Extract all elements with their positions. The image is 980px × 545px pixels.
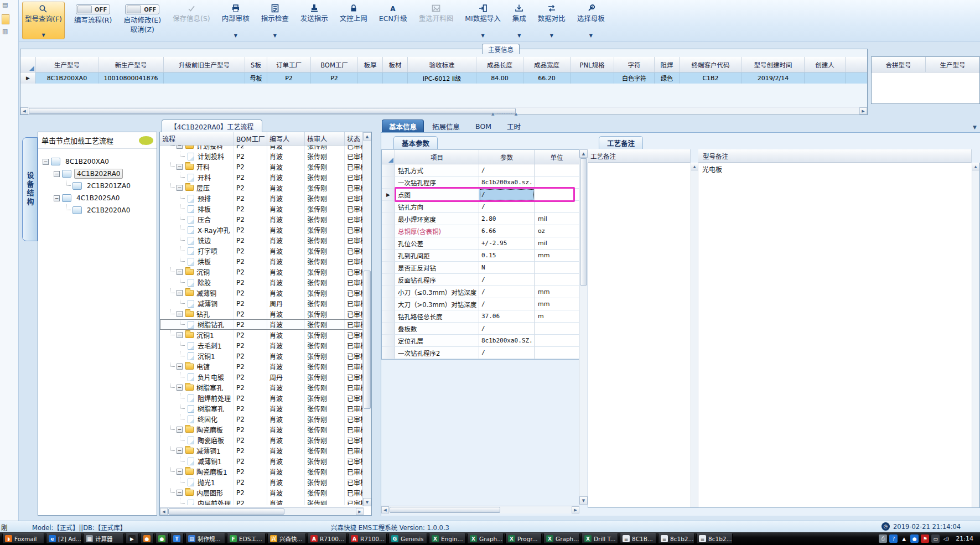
grid-cell[interactable] (571, 72, 614, 84)
process-row-开料[interactable]: −开料P2肖波张传刚已审核 (160, 162, 364, 172)
grid-cell[interactable]: 84.00 (476, 72, 523, 84)
column-header[interactable]: 成品长度 (476, 57, 523, 72)
tree-expand-icon[interactable]: − (177, 385, 183, 391)
tree-expand-icon[interactable]: − (177, 164, 183, 170)
column-header[interactable]: 单位 (535, 150, 579, 164)
main-grid-selected-row[interactable]: ▶8C1B200XA010010800041876母板P2P2IPC-6012 … (20, 72, 867, 84)
taskbar-item-Drill T...[interactable]: XDrill T... (582, 533, 618, 544)
params-hscrollbar[interactable]: ◀ ▶ (381, 506, 579, 513)
column-header[interactable]: 参数 (479, 150, 535, 164)
tree-node-2C1B2020A0[interactable]: 2C1B2020A0 (38, 204, 157, 216)
grid-cell[interactable]: 66.20 (523, 72, 571, 84)
param-value[interactable]: / (479, 189, 535, 201)
tree-expand-icon[interactable]: − (177, 332, 183, 338)
scroll-left-icon[interactable]: ◀ (20, 107, 28, 115)
param-row-钻孔路径总长度[interactable]: 钻孔路径总长度37.06m (382, 310, 579, 323)
process-row-树脂塞孔[interactable]: −树脂塞孔P2肖波张传刚已审核 (160, 382, 364, 393)
tree-expand-icon[interactable]: − (177, 469, 183, 475)
flag-icon[interactable]: ⚑ (921, 534, 929, 543)
column-header[interactable]: 板厚 (358, 57, 383, 72)
taskbar-item[interactable]: ▶ (126, 533, 139, 544)
process-row-沉铜[interactable]: −沉铜P2肖波张传刚已审核 (160, 267, 364, 277)
param-value[interactable]: 8c1b200xa0.sz... (479, 177, 535, 189)
tab-拓展信息[interactable]: 拓展信息 (425, 120, 467, 132)
process-row-树脂钻孔[interactable]: 树脂钻孔P2肖波张传刚已审核 (160, 319, 364, 330)
toggle-off-switch[interactable]: OFF (76, 4, 110, 14)
tree-node-2C1B201ZA0[interactable]: 2C1B201ZA0 (38, 180, 157, 192)
ribbon-button-reselect-cutting-map[interactable]: 重选开料图 (417, 2, 456, 39)
main-grid-hscrollbar[interactable]: ◀ ▶ (20, 107, 867, 115)
tree-expand-icon[interactable]: − (177, 490, 183, 496)
process-grid-vscrollbar[interactable]: ▲ ▼ (362, 132, 371, 506)
taskbar-item-EDS工...[interactable]: FEDS工... (227, 533, 266, 544)
param-value[interactable]: / (479, 347, 535, 359)
tree-expand-icon[interactable]: − (177, 290, 183, 296)
grid-cell[interactable]: 绿色 (655, 72, 680, 84)
process-row-负片电镀[interactable]: 负片电镀P2周丹张传刚已审核 (160, 372, 364, 382)
process-grid-hscrollbar[interactable]: ◀ ▶ (160, 507, 364, 515)
tree-expand-icon[interactable]: − (54, 171, 60, 177)
taskbar-item-制作规...[interactable]: ▤制作规... (185, 533, 225, 544)
ribbon-button-model-query[interactable]: 型号查询(F)▼ (22, 2, 65, 39)
param-value[interactable]: 6.66 (479, 225, 535, 237)
tab-process-notes[interactable]: 工艺备注 (599, 136, 643, 149)
caret-icon[interactable]: ▲ (900, 534, 908, 543)
ribbon-button-internal-audit[interactable]: 内部审核▼ (220, 2, 252, 39)
tab-equipment-structure[interactable]: 设备结构 (22, 137, 38, 241)
tree-expand-icon[interactable]: − (177, 146, 183, 149)
process-row-陶瓷磨板[interactable]: 陶瓷磨板P2肖波张传刚已审核 (160, 435, 364, 445)
process-row-去毛刺1[interactable]: 去毛刺1P2肖波张传刚已审核 (160, 340, 364, 351)
ribbon-button-mi-data-import[interactable]: MI数据导入▼ (463, 2, 502, 39)
ribbon-button-integrate[interactable]: 集成▼ (510, 2, 528, 39)
scroll-up-icon[interactable]: ▲ (363, 132, 371, 141)
taskbar-item-兴森快...[interactable]: 兴兴森快... (267, 533, 306, 544)
tree-expand-icon[interactable]: − (177, 448, 183, 454)
grid-cell[interactable]: 2019/2/14 (742, 72, 805, 84)
grid-cell[interactable] (164, 72, 245, 84)
ribbon-button-save-info[interactable]: 保存信息(S) (170, 2, 212, 39)
app-blue-icon[interactable]: ● (910, 534, 919, 543)
chevron-down-icon[interactable]: ▼ (973, 124, 977, 130)
process-row-层压[interactable]: −层压P2肖波张传刚已审核 (160, 183, 364, 193)
process-row-计划投料[interactable]: −计划投料P2肖波张传刚已审核 (160, 146, 364, 151)
column-header[interactable]: 升级前旧生产型号 (164, 57, 245, 72)
param-row-一次钻孔程序2[interactable]: 一次钻孔程序2/ (382, 347, 579, 359)
ribbon-button-doc-control-upload[interactable]: 文控上网 (338, 2, 370, 39)
taskbar-item-计算器[interactable]: ▦计算器 (83, 533, 124, 544)
param-row-一次钻孔程序[interactable]: 一次钻孔程序8c1b200xa0.sz... (382, 177, 579, 189)
process-row-开料[interactable]: 开料P2肖波张传刚已审核 (160, 172, 364, 183)
taskbar-item-Graph...[interactable]: XGraph... (467, 533, 504, 544)
taskbar-item-Genesis[interactable]: GGenesis (388, 533, 427, 544)
scroll-right-icon[interactable]: ▶ (859, 107, 867, 115)
splitter-handle[interactable]: ▲ ········· ▲ (479, 111, 530, 117)
tree-expand-icon[interactable]: − (43, 159, 49, 165)
column-header[interactable]: 编写人 (267, 132, 305, 145)
taskbar-item-Graph...[interactable]: XGraph... (543, 533, 580, 544)
taskbar-item-8c1b2...[interactable]: ≡8c1b2... (696, 533, 733, 544)
process-row-计划投料[interactable]: 计划投料P2肖波张传刚已审核 (160, 151, 364, 162)
grid-cell[interactable]: P2 (311, 72, 358, 84)
tree-node-4C1B202SA0[interactable]: −4C1B202SA0 (38, 192, 157, 204)
column-header[interactable]: 合拼型号 (872, 57, 926, 72)
process-row-终固化[interactable]: 终固化P2肖波张传刚已审核 (160, 414, 364, 424)
tab-工时[interactable]: 工时 (500, 120, 528, 132)
param-value[interactable]: / (479, 274, 535, 286)
column-header[interactable]: 验收标准 (408, 57, 476, 72)
process-row-除胶[interactable]: 除胶P2肖波张传刚已审核 (160, 277, 364, 288)
params-vscrollbar[interactable]: ▲ ▼ (579, 149, 588, 505)
speaker-icon[interactable]: ◁) (942, 534, 950, 543)
process-row-减薄铜[interactable]: 减薄铜P2周丹张传刚已审核 (160, 298, 364, 309)
param-value[interactable]: +/-2.95 (479, 237, 535, 250)
scroll-down-icon[interactable]: ▼ (363, 498, 371, 506)
param-row-反面钻孔程序[interactable]: 反面钻孔程序/ (382, 274, 579, 286)
ribbon-button-select-mother-board[interactable]: 选择母板▼ (575, 2, 607, 39)
tree-expand-icon[interactable]: − (177, 311, 183, 317)
column-header[interactable]: 成品宽度 (523, 57, 571, 72)
param-row-定位孔层[interactable]: 定位孔层8c1b200xa0.SZ... (382, 335, 579, 347)
column-header[interactable]: 核审人 (305, 132, 345, 145)
scroll-thumb[interactable] (29, 108, 516, 114)
column-header[interactable]: S板 (245, 57, 267, 72)
ribbon-button-start-modify[interactable]: OFF启动修改(E)取消(Z) (121, 2, 163, 39)
process-row-X-Ray冲孔[interactable]: X-Ray冲孔P2肖波张传刚已审核 (160, 225, 364, 235)
column-header[interactable]: 状态 (345, 132, 364, 145)
